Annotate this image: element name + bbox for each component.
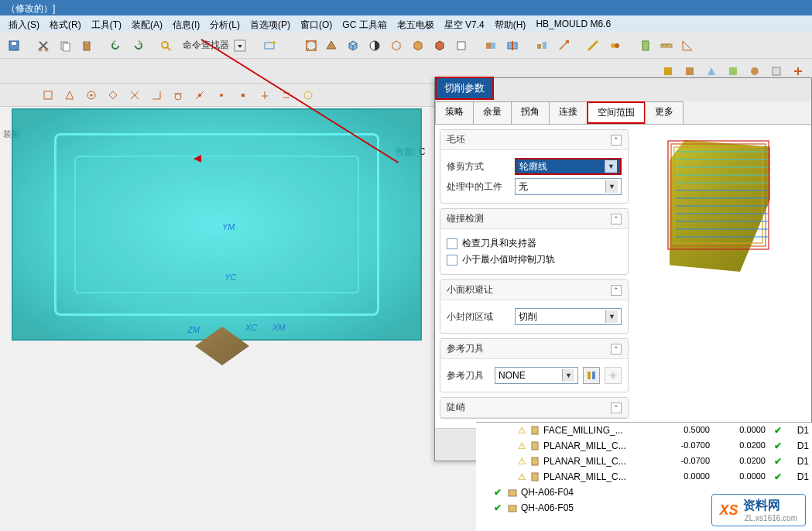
dialog-title: 切削参数 <box>435 77 494 100</box>
wireframe-icon[interactable] <box>389 36 407 55</box>
menu-assembly[interactable]: 装配(A) <box>128 18 166 30</box>
snap-center-icon[interactable] <box>82 86 101 104</box>
copy-icon[interactable] <box>56 36 74 55</box>
svg-point-38 <box>91 94 93 96</box>
menu-insert[interactable]: 插入(S) <box>5 18 43 30</box>
snap-point-icon[interactable] <box>212 86 231 104</box>
tree-row[interactable]: ⚠ FACE_MILLING_... 0.5000 0.0000 ✔ D1 <box>476 423 812 438</box>
menu-analysis[interactable]: 分析(L) <box>206 18 244 30</box>
save-icon[interactable] <box>5 36 23 55</box>
mill-op-icon <box>529 471 540 482</box>
ref-tool-list-icon[interactable] <box>583 367 600 384</box>
svg-rect-45 <box>588 372 591 379</box>
menu-window[interactable]: 窗口(O) <box>296 18 336 30</box>
svg-rect-51 <box>532 442 538 450</box>
check-icon: ✔ <box>772 440 784 451</box>
undo-icon[interactable] <box>107 36 125 55</box>
folder-name: QH-A06-F04 <box>521 487 574 498</box>
section-small-area: 小面积避让 ⌃ 小封闭区域 切削 ▼ <box>440 279 629 334</box>
half-circle-icon[interactable] <box>367 36 385 55</box>
angle-icon[interactable] <box>680 36 698 55</box>
inprocess-select[interactable]: 无 ▼ <box>515 178 622 195</box>
check-icon: ✔ <box>772 456 784 467</box>
toolpath-preview[interactable]: YM YC ZM XC XM <box>12 108 422 341</box>
svg-point-12 <box>272 41 276 44</box>
cube-icon[interactable] <box>345 36 364 55</box>
closed-region-select[interactable]: 切削 ▼ <box>515 308 622 325</box>
svg-rect-18 <box>491 43 495 49</box>
section-steep: 陡峭 ⌃ <box>440 397 629 419</box>
svg-rect-22 <box>543 42 546 49</box>
collapse-icon[interactable]: ⌃ <box>611 285 622 296</box>
snap-perp-icon[interactable] <box>147 86 166 104</box>
chevron-down-icon: ▼ <box>605 180 618 193</box>
cut-icon[interactable] <box>34 36 53 55</box>
clip-icon[interactable] <box>505 36 523 55</box>
snap-node-icon[interactable] <box>234 86 252 104</box>
collapse-icon[interactable]: ⌃ <box>611 135 622 146</box>
tree-row[interactable]: ⚠ PLANAR_MILL_C... -0.0700 0.0200 ✔ D1 <box>476 438 812 454</box>
redo-icon[interactable] <box>128 36 147 55</box>
svg-rect-26 <box>642 41 649 50</box>
snap-mid-icon[interactable] <box>60 86 79 104</box>
layer-icon[interactable] <box>454 36 472 55</box>
menu-tools[interactable]: 工具(T) <box>87 18 125 30</box>
tab-more[interactable]: 更多 <box>645 101 684 124</box>
check-tool-holder-checkbox[interactable] <box>447 238 457 249</box>
snap-insert-icon[interactable] <box>255 86 274 104</box>
snap-quad-icon[interactable] <box>104 86 122 104</box>
menu-info[interactable]: 信息(I) <box>169 18 204 30</box>
trim-method-select[interactable]: 轮廓线 ▼ <box>515 158 622 175</box>
svg-rect-46 <box>592 372 595 379</box>
menu-format[interactable]: 格式(R) <box>46 18 85 30</box>
tree-row[interactable]: ⚠ PLANAR_MILL_C... 0.0000 0.0000 ✔ D1 <box>476 469 812 485</box>
tab-containment[interactable]: 空间范围 <box>587 101 646 124</box>
green-tool-icon[interactable] <box>636 36 655 55</box>
ref-tool-new-icon[interactable] <box>605 367 622 384</box>
render-style-icon[interactable] <box>324 36 342 55</box>
shaded-icon[interactable] <box>410 36 429 55</box>
svg-line-9 <box>167 47 170 50</box>
suppress-small-checkbox[interactable] <box>447 255 457 266</box>
svg-rect-47 <box>668 141 769 249</box>
menu-laowu-electrode[interactable]: 老五电极 <box>393 18 438 30</box>
snap-intersect-icon[interactable] <box>125 86 144 104</box>
collapse-icon[interactable]: ⌃ <box>611 214 622 224</box>
svg-point-44 <box>304 91 312 99</box>
cmd-finder-icon[interactable] <box>158 36 176 55</box>
folder-name: QH-A06-F05 <box>521 502 574 513</box>
tab-corners[interactable]: 拐角 <box>511 101 550 124</box>
svg-rect-5 <box>63 43 70 51</box>
dropdown-icon[interactable] <box>232 36 251 55</box>
menu-gc-toolbox[interactable]: GC 工具箱 <box>338 18 390 30</box>
svg-point-8 <box>162 42 168 48</box>
ruler-icon[interactable] <box>658 36 677 55</box>
menu-help[interactable]: 帮助(H) <box>491 18 530 30</box>
snap-end-icon[interactable] <box>39 86 57 104</box>
sketch-icon[interactable] <box>556 36 574 55</box>
fit-icon[interactable] <box>302 36 320 55</box>
object-display-icon[interactable] <box>262 36 280 55</box>
tab-stock[interactable]: 余量 <box>473 101 512 124</box>
svg-point-25 <box>615 43 619 48</box>
section-icon[interactable] <box>483 36 502 55</box>
snap-near-icon[interactable] <box>190 86 209 104</box>
shaded-edges-icon[interactable] <box>432 36 451 55</box>
mill-op-icon <box>529 440 540 451</box>
tree-row[interactable]: ⚠ PLANAR_MILL_C... -0.0700 0.0200 ✔ D1 <box>476 454 812 469</box>
assembly-icon[interactable] <box>534 36 553 55</box>
menu-preferences[interactable]: 首选项(P) <box>246 18 294 30</box>
spheres-icon[interactable] <box>607 36 625 55</box>
measure-icon[interactable] <box>585 36 604 55</box>
menu-hbmould[interactable]: HB_MOULD M6.6 <box>532 18 615 30</box>
tab-connect[interactable]: 连接 <box>549 101 588 124</box>
tab-strategy[interactable]: 策略 <box>435 101 474 124</box>
paste-icon[interactable] <box>77 36 96 55</box>
menu-xingkong[interactable]: 星空 V7.4 <box>440 18 488 30</box>
main-toolbar: 命令查找器 <box>0 33 812 59</box>
collapse-icon[interactable]: ⌃ <box>611 403 622 413</box>
ref-tool-select[interactable]: NONE ▼ <box>495 367 578 384</box>
collapse-icon[interactable]: ⌃ <box>611 344 622 355</box>
snap-tan-icon[interactable] <box>169 86 187 104</box>
svg-point-41 <box>198 94 201 97</box>
